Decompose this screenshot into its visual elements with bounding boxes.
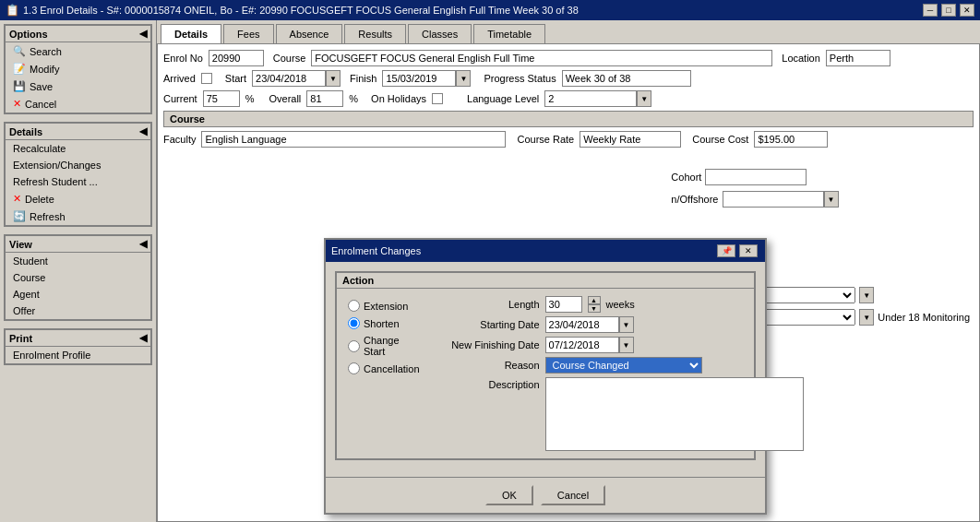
sidebar-item-agent[interactable]: Agent xyxy=(6,286,150,303)
course-rate-input[interactable] xyxy=(580,131,681,148)
offshore-label: n/Offshore xyxy=(671,194,718,205)
course-section-header: Course xyxy=(163,111,974,127)
course-rate-label: Course Rate xyxy=(517,134,574,145)
starting-date-row: Starting Date ▼ xyxy=(438,316,804,333)
arrived-label: Arrived xyxy=(163,73,196,84)
select-2-dropdown[interactable]: ▼ xyxy=(859,309,874,326)
delete-icon: ✕ xyxy=(13,193,21,205)
language-level-field: ▼ xyxy=(544,90,651,107)
content-area: Enrol No Course Location Arrived Start ▼… xyxy=(157,43,980,522)
agent-label: Agent xyxy=(13,289,40,300)
radio-shorten[interactable]: Shorten xyxy=(348,317,420,329)
overall-input[interactable] xyxy=(306,90,343,107)
sidebar-item-offer[interactable]: Offer xyxy=(6,303,150,319)
progress-status-input[interactable] xyxy=(562,70,691,87)
enrolment-profile-label: Enrolment Profile xyxy=(13,350,90,361)
offshore-dropdown[interactable]: ▼ xyxy=(824,191,839,208)
cohort-row: Cohort xyxy=(671,169,970,185)
current-input[interactable] xyxy=(203,90,240,107)
sidebar-item-save[interactable]: 💾 Save xyxy=(6,77,150,95)
tab-timetable[interactable]: Timetable xyxy=(473,24,545,43)
refresh-label: Refresh xyxy=(30,211,66,222)
on-holidays-checkbox[interactable] xyxy=(432,93,443,104)
sidebar-item-course[interactable]: Course xyxy=(6,269,150,286)
tab-fees[interactable]: Fees xyxy=(223,24,273,43)
language-level-label: Language Level xyxy=(467,93,539,104)
description-textarea[interactable] xyxy=(545,377,804,451)
recalculate-label: Recalculate xyxy=(13,143,66,154)
overall-label: Overall xyxy=(269,93,301,104)
sidebar-item-student[interactable]: Student xyxy=(6,253,150,269)
modal-ok-button[interactable]: OK xyxy=(485,485,533,505)
modal-close-button[interactable]: ✕ xyxy=(739,244,758,257)
view-section: View ◀ Student Course Agent Offer xyxy=(4,234,152,321)
options-section: Options ◀ 🔍 Search 📝 Modify 💾 Save ✕ Can… xyxy=(4,24,152,114)
weeks-label: weeks xyxy=(606,299,635,310)
extension-radio[interactable] xyxy=(348,300,360,312)
select-1-dropdown[interactable]: ▼ xyxy=(859,287,874,303)
sidebar-item-search[interactable]: 🔍 Search xyxy=(6,42,150,60)
sidebar-item-cancel[interactable]: ✕ Cancel xyxy=(6,95,150,113)
reason-row: Reason Course Changed xyxy=(438,357,804,374)
length-up-button[interactable]: ▲ xyxy=(588,296,601,304)
sidebar-item-refresh-student[interactable]: Refresh Student ... xyxy=(6,173,150,190)
radio-cancellation[interactable]: Cancellation xyxy=(348,362,420,374)
sidebar-item-recalculate[interactable]: Recalculate xyxy=(6,140,150,157)
options-collapse-icon[interactable]: ◀ xyxy=(139,28,147,40)
new-finish-picker[interactable]: ▼ xyxy=(619,337,634,353)
start-date-input[interactable] xyxy=(252,70,326,87)
enrol-no-input[interactable] xyxy=(209,50,264,66)
cancel-icon: ✕ xyxy=(13,98,21,110)
faculty-input[interactable] xyxy=(201,131,506,148)
length-input[interactable] xyxy=(545,296,582,313)
finish-date-input[interactable] xyxy=(382,70,456,87)
change-start-radio[interactable] xyxy=(348,340,360,352)
print-collapse-icon[interactable]: ◀ xyxy=(139,332,147,344)
starting-date-picker[interactable]: ▼ xyxy=(619,316,634,333)
language-level-input[interactable] xyxy=(544,90,637,107)
tab-bar: Details Fees Absence Results Classes Tim… xyxy=(157,20,980,43)
cohort-input[interactable] xyxy=(705,169,807,185)
sidebar-item-refresh[interactable]: 🔄 Refresh xyxy=(6,208,150,225)
details-collapse-icon[interactable]: ◀ xyxy=(139,125,147,137)
modal-cancel-button[interactable]: Cancel xyxy=(541,485,605,505)
tab-absence[interactable]: Absence xyxy=(276,24,343,43)
sidebar-item-extension-changes[interactable]: Extension/Changes xyxy=(6,157,150,173)
language-level-dropdown[interactable]: ▼ xyxy=(637,90,651,107)
sidebar-item-enrolment-profile[interactable]: Enrolment Profile xyxy=(6,347,150,363)
reason-select[interactable]: Course Changed xyxy=(545,357,702,374)
modal-pin-button[interactable]: 📌 xyxy=(717,244,735,257)
new-finish-input[interactable] xyxy=(545,337,619,353)
modal-title-bar: Enrolment Changes 📌 ✕ xyxy=(326,240,765,262)
current-row: Current % Overall % On Holidays Language… xyxy=(163,90,974,107)
radio-extension[interactable]: Extension xyxy=(348,300,420,312)
cancellation-label: Cancellation xyxy=(364,363,420,374)
starting-date-input[interactable] xyxy=(545,316,619,333)
location-input[interactable] xyxy=(826,50,890,66)
save-icon: 💾 xyxy=(13,80,26,92)
finish-date-field: ▼ xyxy=(382,70,471,87)
course-cost-input[interactable] xyxy=(754,131,828,148)
minimize-button[interactable]: ─ xyxy=(923,4,938,17)
tab-classes[interactable]: Classes xyxy=(408,24,472,43)
radio-change-start[interactable]: Change Start xyxy=(348,335,420,357)
extension-changes-label: Extension/Changes xyxy=(13,160,101,171)
sidebar-item-modify[interactable]: 📝 Modify xyxy=(6,60,150,77)
offshore-input[interactable] xyxy=(723,191,824,208)
starting-date-label: Starting Date xyxy=(438,319,540,330)
length-down-button[interactable]: ▼ xyxy=(588,304,601,313)
view-title: View xyxy=(9,239,32,250)
tab-details[interactable]: Details xyxy=(161,24,221,43)
close-button[interactable]: ✕ xyxy=(960,4,974,17)
shorten-radio[interactable] xyxy=(348,317,360,329)
under-18-label: Under 18 Monitoring xyxy=(878,312,970,323)
tab-results[interactable]: Results xyxy=(344,24,406,43)
sidebar-item-delete[interactable]: ✕ Delete xyxy=(6,190,150,208)
maximize-button[interactable]: □ xyxy=(941,4,956,17)
arrived-checkbox[interactable] xyxy=(201,73,212,84)
cancellation-radio[interactable] xyxy=(348,362,360,374)
course-input[interactable] xyxy=(311,50,772,66)
finish-date-picker[interactable]: ▼ xyxy=(456,70,471,87)
view-collapse-icon[interactable]: ◀ xyxy=(139,238,147,250)
start-date-picker[interactable]: ▼ xyxy=(326,70,341,87)
